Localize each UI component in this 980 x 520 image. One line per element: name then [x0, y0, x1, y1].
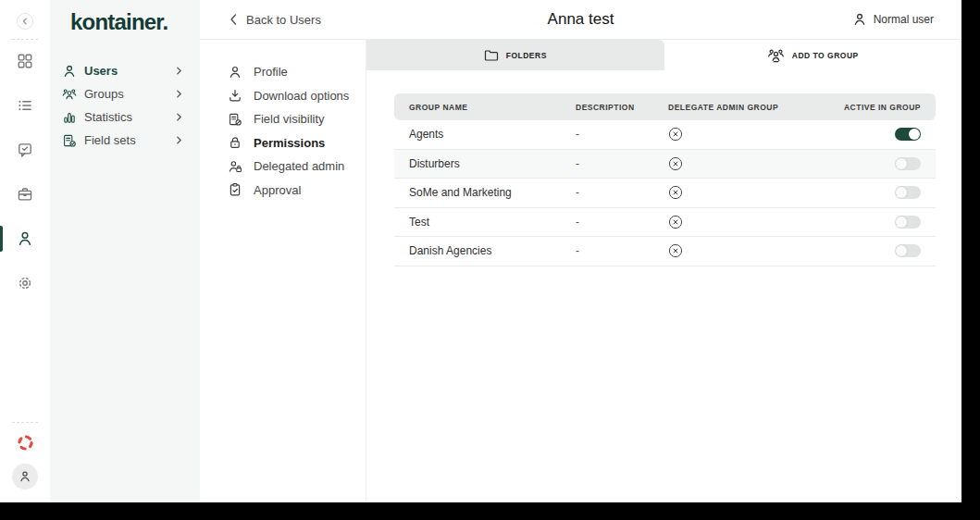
x-circle-icon [668, 127, 683, 142]
approval-icon [228, 182, 242, 197]
panel-item-download-options[interactable]: Download options [200, 84, 366, 108]
panel-item-label: Delegated admin [254, 159, 344, 173]
toggle-knob [896, 245, 907, 256]
panel-item-label: Permissions [254, 136, 325, 150]
toggle-knob [896, 158, 907, 169]
user-role-menu[interactable]: Normal user [852, 12, 934, 27]
add-to-group-icon [767, 48, 785, 63]
groups-table: GROUP NAME DESCRIPTION DELEGATE ADMIN GR… [366, 70, 961, 266]
right-region: Back to Users Anna test Normal user Prof… [200, 0, 961, 502]
back-to-users-link[interactable]: Back to Users [229, 13, 321, 27]
chevron-left-icon [21, 18, 29, 25]
tab-label: FOLDERS [506, 51, 547, 60]
briefcase-icon [17, 186, 33, 203]
group-description: - [576, 186, 668, 199]
download-icon [228, 88, 242, 103]
app-window: kontainer. Users Groups Statistics Field… [0, 0, 961, 502]
person-icon [17, 230, 33, 247]
help-ring-icon [17, 434, 34, 452]
list-icon [17, 97, 33, 114]
sidebar: kontainer. Users Groups Statistics Field… [50, 0, 200, 502]
sidebar-item-label: Statistics [84, 110, 175, 124]
tab-bar: FOLDERS ADD TO GROUP [366, 40, 961, 70]
x-circle-icon [668, 156, 683, 171]
table-row: Disturbers - [394, 150, 936, 180]
rail-item-lists[interactable] [0, 97, 50, 114]
statistics-icon [62, 110, 77, 125]
groups-icon [62, 87, 77, 102]
content-row: Profile Download options Field visibilit… [200, 40, 961, 502]
avatar-person-icon [19, 470, 31, 483]
x-circle-icon [668, 185, 683, 200]
chevron-right-icon [175, 136, 183, 144]
sidebar-item-label: Groups [84, 87, 175, 101]
rail-item-workspace[interactable] [0, 186, 50, 203]
group-name: Test [409, 216, 576, 229]
x-circle-icon [668, 243, 683, 258]
sidebar-item-field-sets[interactable]: Field sets [50, 129, 200, 152]
collapse-sidebar-button[interactable] [17, 13, 33, 30]
group-description: - [576, 244, 668, 257]
group-name: Agents [409, 128, 576, 141]
remove-delegate-admin-button[interactable] [668, 127, 683, 142]
rail-item-approvals[interactable] [0, 142, 50, 158]
sidebar-item-label: Users [84, 64, 175, 78]
rail-bottom-group [0, 422, 50, 489]
sidebar-item-groups[interactable]: Groups [50, 82, 200, 105]
field-sets-icon [62, 133, 77, 148]
panel-item-profile[interactable]: Profile [200, 60, 366, 84]
rail-item-settings[interactable] [0, 275, 50, 291]
active-in-group-toggle[interactable] [895, 244, 921, 257]
toggle-knob [896, 187, 907, 198]
remove-delegate-admin-button[interactable] [668, 185, 683, 200]
group-name: SoMe and Marketing [409, 186, 576, 199]
active-in-group-toggle[interactable] [895, 216, 921, 229]
person-lock-icon [228, 159, 242, 174]
active-in-group-toggle[interactable] [895, 186, 921, 199]
column-header-delegate-admin-group: DELEGATE ADMIN GROUP [668, 103, 812, 112]
tab-folders[interactable]: FOLDERS [366, 40, 664, 70]
users-icon [62, 64, 77, 79]
active-in-group-toggle[interactable] [895, 157, 921, 170]
table-row: Danish Agencies - [394, 237, 936, 266]
page-title: Anna test [548, 10, 614, 29]
rail-bottom-divider [12, 422, 38, 423]
sidebar-item-users[interactable]: Users [50, 59, 200, 82]
rail-item-help[interactable] [0, 434, 50, 451]
person-icon [852, 12, 867, 27]
current-user-avatar[interactable] [12, 464, 38, 489]
field-visibility-icon [228, 112, 242, 127]
profile-icon [228, 65, 242, 80]
gear-icon [17, 275, 33, 291]
panel-item-label: Profile [254, 65, 288, 79]
tab-label: ADD TO GROUP [792, 51, 859, 60]
chat-check-icon [17, 142, 33, 158]
sidebar-nav: Users Groups Statistics Field sets [50, 59, 200, 152]
remove-delegate-admin-button[interactable] [668, 243, 683, 258]
sidebar-item-label: Field sets [84, 133, 175, 147]
panel-item-delegated-admin[interactable]: Delegated admin [200, 155, 366, 179]
remove-delegate-admin-button[interactable] [668, 215, 683, 229]
main-content: FOLDERS ADD TO GROUP GROUP NAME DESCRIPT… [366, 40, 961, 502]
tab-add-to-group[interactable]: ADD TO GROUP [664, 40, 962, 70]
sidebar-item-statistics[interactable]: Statistics [50, 105, 200, 129]
lock-icon [228, 135, 242, 150]
x-circle-icon [668, 215, 683, 229]
user-section-panel: Profile Download options Field visibilit… [200, 40, 366, 502]
rail-item-dashboard[interactable] [0, 53, 50, 69]
chevron-right-icon [175, 67, 183, 75]
user-role-label: Normal user [874, 13, 934, 26]
panel-item-field-visibility[interactable]: Field visibility [200, 107, 366, 131]
back-label: Back to Users [246, 13, 321, 27]
rail-item-users[interactable] [0, 230, 50, 247]
kontainer-logo[interactable]: kontainer. [50, 9, 200, 35]
remove-delegate-admin-button[interactable] [668, 156, 683, 171]
icon-rail [0, 0, 50, 502]
active-in-group-toggle[interactable] [895, 128, 921, 141]
panel-item-approval[interactable]: Approval [200, 179, 366, 203]
table-row: Test - [394, 208, 936, 238]
panel-item-permissions[interactable]: Permissions [200, 131, 366, 155]
grid-icon [17, 53, 33, 69]
toggle-knob [909, 129, 920, 140]
group-description: - [576, 157, 668, 170]
